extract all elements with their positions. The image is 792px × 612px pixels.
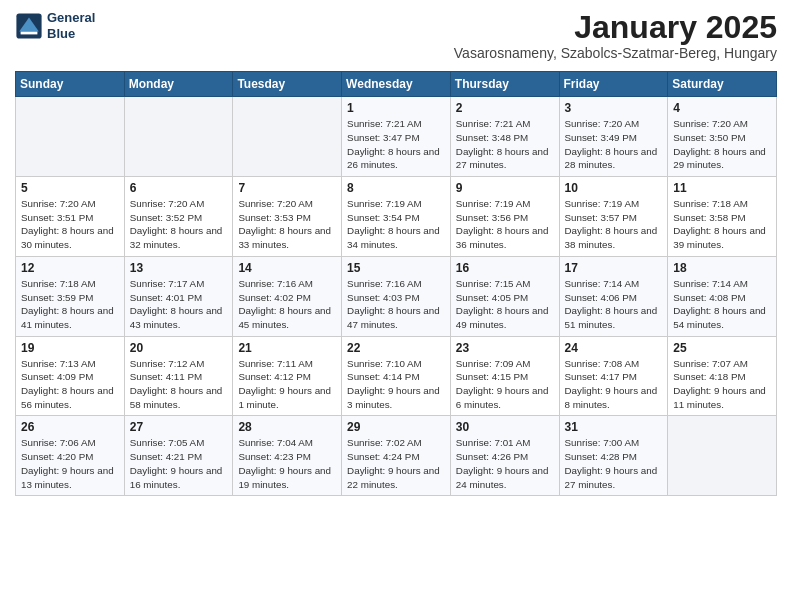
day-info: Sunrise: 7:15 AMSunset: 4:05 PMDaylight:…	[456, 277, 554, 332]
day-number: 25	[673, 341, 771, 355]
day-cell: 22Sunrise: 7:10 AMSunset: 4:14 PMDayligh…	[342, 336, 451, 416]
day-cell: 9Sunrise: 7:19 AMSunset: 3:56 PMDaylight…	[450, 177, 559, 257]
day-cell: 1Sunrise: 7:21 AMSunset: 3:47 PMDaylight…	[342, 97, 451, 177]
weekday-header-monday: Monday	[124, 72, 233, 97]
day-cell: 13Sunrise: 7:17 AMSunset: 4:01 PMDayligh…	[124, 256, 233, 336]
day-cell: 3Sunrise: 7:20 AMSunset: 3:49 PMDaylight…	[559, 97, 668, 177]
weekday-header-sunday: Sunday	[16, 72, 125, 97]
day-number: 2	[456, 101, 554, 115]
day-cell: 18Sunrise: 7:14 AMSunset: 4:08 PMDayligh…	[668, 256, 777, 336]
week-row-4: 19Sunrise: 7:13 AMSunset: 4:09 PMDayligh…	[16, 336, 777, 416]
day-cell: 12Sunrise: 7:18 AMSunset: 3:59 PMDayligh…	[16, 256, 125, 336]
day-info: Sunrise: 7:14 AMSunset: 4:08 PMDaylight:…	[673, 277, 771, 332]
day-cell: 8Sunrise: 7:19 AMSunset: 3:54 PMDaylight…	[342, 177, 451, 257]
day-number: 18	[673, 261, 771, 275]
week-row-3: 12Sunrise: 7:18 AMSunset: 3:59 PMDayligh…	[16, 256, 777, 336]
day-cell	[233, 97, 342, 177]
day-cell: 19Sunrise: 7:13 AMSunset: 4:09 PMDayligh…	[16, 336, 125, 416]
day-cell: 6Sunrise: 7:20 AMSunset: 3:52 PMDaylight…	[124, 177, 233, 257]
day-info: Sunrise: 7:12 AMSunset: 4:11 PMDaylight:…	[130, 357, 228, 412]
page-title: January 2025	[454, 10, 777, 45]
day-number: 27	[130, 420, 228, 434]
day-info: Sunrise: 7:21 AMSunset: 3:48 PMDaylight:…	[456, 117, 554, 172]
logo-line2: Blue	[47, 26, 95, 42]
day-cell: 16Sunrise: 7:15 AMSunset: 4:05 PMDayligh…	[450, 256, 559, 336]
week-row-5: 26Sunrise: 7:06 AMSunset: 4:20 PMDayligh…	[16, 416, 777, 496]
day-info: Sunrise: 7:11 AMSunset: 4:12 PMDaylight:…	[238, 357, 336, 412]
calendar: SundayMondayTuesdayWednesdayThursdayFrid…	[15, 71, 777, 496]
day-cell: 25Sunrise: 7:07 AMSunset: 4:18 PMDayligh…	[668, 336, 777, 416]
week-row-1: 1Sunrise: 7:21 AMSunset: 3:47 PMDaylight…	[16, 97, 777, 177]
day-cell	[124, 97, 233, 177]
day-info: Sunrise: 7:09 AMSunset: 4:15 PMDaylight:…	[456, 357, 554, 412]
subtitle: Vasarosnameny, Szabolcs-Szatmar-Bereg, H…	[454, 45, 777, 61]
day-number: 8	[347, 181, 445, 195]
calendar-body: 1Sunrise: 7:21 AMSunset: 3:47 PMDaylight…	[16, 97, 777, 496]
day-info: Sunrise: 7:02 AMSunset: 4:24 PMDaylight:…	[347, 436, 445, 491]
weekday-header-friday: Friday	[559, 72, 668, 97]
day-cell: 29Sunrise: 7:02 AMSunset: 4:24 PMDayligh…	[342, 416, 451, 496]
day-cell: 2Sunrise: 7:21 AMSunset: 3:48 PMDaylight…	[450, 97, 559, 177]
day-number: 26	[21, 420, 119, 434]
day-info: Sunrise: 7:01 AMSunset: 4:26 PMDaylight:…	[456, 436, 554, 491]
day-cell: 7Sunrise: 7:20 AMSunset: 3:53 PMDaylight…	[233, 177, 342, 257]
day-info: Sunrise: 7:16 AMSunset: 4:03 PMDaylight:…	[347, 277, 445, 332]
weekday-header-tuesday: Tuesday	[233, 72, 342, 97]
day-info: Sunrise: 7:20 AMSunset: 3:51 PMDaylight:…	[21, 197, 119, 252]
day-info: Sunrise: 7:18 AMSunset: 3:59 PMDaylight:…	[21, 277, 119, 332]
weekday-header-saturday: Saturday	[668, 72, 777, 97]
day-info: Sunrise: 7:19 AMSunset: 3:57 PMDaylight:…	[565, 197, 663, 252]
day-cell: 10Sunrise: 7:19 AMSunset: 3:57 PMDayligh…	[559, 177, 668, 257]
day-number: 23	[456, 341, 554, 355]
day-info: Sunrise: 7:13 AMSunset: 4:09 PMDaylight:…	[21, 357, 119, 412]
day-number: 19	[21, 341, 119, 355]
day-number: 17	[565, 261, 663, 275]
day-info: Sunrise: 7:20 AMSunset: 3:52 PMDaylight:…	[130, 197, 228, 252]
day-number: 22	[347, 341, 445, 355]
day-number: 20	[130, 341, 228, 355]
day-number: 7	[238, 181, 336, 195]
day-info: Sunrise: 7:18 AMSunset: 3:58 PMDaylight:…	[673, 197, 771, 252]
day-number: 31	[565, 420, 663, 434]
day-cell: 11Sunrise: 7:18 AMSunset: 3:58 PMDayligh…	[668, 177, 777, 257]
day-info: Sunrise: 7:19 AMSunset: 3:54 PMDaylight:…	[347, 197, 445, 252]
weekday-header-row: SundayMondayTuesdayWednesdayThursdayFrid…	[16, 72, 777, 97]
day-info: Sunrise: 7:05 AMSunset: 4:21 PMDaylight:…	[130, 436, 228, 491]
day-number: 16	[456, 261, 554, 275]
weekday-header-thursday: Thursday	[450, 72, 559, 97]
day-info: Sunrise: 7:06 AMSunset: 4:20 PMDaylight:…	[21, 436, 119, 491]
day-cell: 4Sunrise: 7:20 AMSunset: 3:50 PMDaylight…	[668, 97, 777, 177]
day-info: Sunrise: 7:00 AMSunset: 4:28 PMDaylight:…	[565, 436, 663, 491]
day-cell: 14Sunrise: 7:16 AMSunset: 4:02 PMDayligh…	[233, 256, 342, 336]
day-number: 10	[565, 181, 663, 195]
day-info: Sunrise: 7:08 AMSunset: 4:17 PMDaylight:…	[565, 357, 663, 412]
day-info: Sunrise: 7:21 AMSunset: 3:47 PMDaylight:…	[347, 117, 445, 172]
day-info: Sunrise: 7:04 AMSunset: 4:23 PMDaylight:…	[238, 436, 336, 491]
day-cell	[16, 97, 125, 177]
day-number: 5	[21, 181, 119, 195]
day-number: 28	[238, 420, 336, 434]
day-info: Sunrise: 7:07 AMSunset: 4:18 PMDaylight:…	[673, 357, 771, 412]
day-cell: 17Sunrise: 7:14 AMSunset: 4:06 PMDayligh…	[559, 256, 668, 336]
day-cell: 5Sunrise: 7:20 AMSunset: 3:51 PMDaylight…	[16, 177, 125, 257]
day-cell: 23Sunrise: 7:09 AMSunset: 4:15 PMDayligh…	[450, 336, 559, 416]
svg-rect-2	[21, 31, 38, 34]
day-cell: 28Sunrise: 7:04 AMSunset: 4:23 PMDayligh…	[233, 416, 342, 496]
day-info: Sunrise: 7:16 AMSunset: 4:02 PMDaylight:…	[238, 277, 336, 332]
day-number: 14	[238, 261, 336, 275]
week-row-2: 5Sunrise: 7:20 AMSunset: 3:51 PMDaylight…	[16, 177, 777, 257]
day-number: 21	[238, 341, 336, 355]
day-number: 24	[565, 341, 663, 355]
day-number: 6	[130, 181, 228, 195]
day-info: Sunrise: 7:19 AMSunset: 3:56 PMDaylight:…	[456, 197, 554, 252]
day-number: 3	[565, 101, 663, 115]
day-cell: 21Sunrise: 7:11 AMSunset: 4:12 PMDayligh…	[233, 336, 342, 416]
day-info: Sunrise: 7:20 AMSunset: 3:50 PMDaylight:…	[673, 117, 771, 172]
day-cell: 15Sunrise: 7:16 AMSunset: 4:03 PMDayligh…	[342, 256, 451, 336]
title-section: January 2025 Vasarosnameny, Szabolcs-Sza…	[454, 10, 777, 67]
day-number: 29	[347, 420, 445, 434]
day-cell: 31Sunrise: 7:00 AMSunset: 4:28 PMDayligh…	[559, 416, 668, 496]
day-number: 4	[673, 101, 771, 115]
day-info: Sunrise: 7:20 AMSunset: 3:53 PMDaylight:…	[238, 197, 336, 252]
day-cell: 27Sunrise: 7:05 AMSunset: 4:21 PMDayligh…	[124, 416, 233, 496]
